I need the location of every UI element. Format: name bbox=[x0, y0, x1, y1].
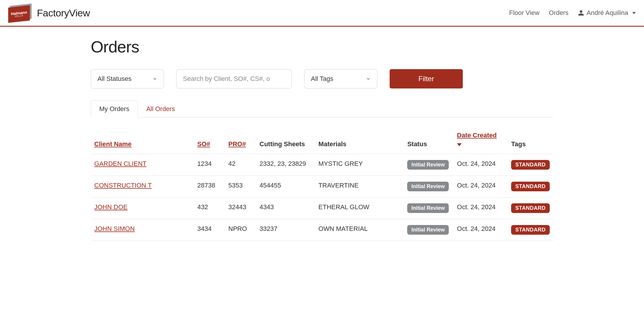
cell-materials: TRAVERTINE bbox=[315, 176, 404, 197]
tab-all-orders[interactable]: All Orders bbox=[138, 100, 184, 117]
page-title: Orders bbox=[91, 37, 553, 56]
filter-button[interactable]: Filter bbox=[390, 69, 463, 88]
cell-cs: 4343 bbox=[256, 197, 315, 219]
cell-pro: NPRO bbox=[225, 219, 256, 241]
cell-date: Oct. 24, 2024 bbox=[453, 219, 508, 241]
tag-badge: STANDARD bbox=[511, 182, 550, 191]
nav-orders[interactable]: Orders bbox=[549, 9, 568, 17]
header-pro[interactable]: PRO# bbox=[228, 140, 246, 148]
header-status: Status bbox=[404, 126, 453, 154]
header-date-created[interactable]: Date Created bbox=[457, 132, 497, 139]
status-badge: Initial Review bbox=[407, 160, 449, 170]
table-row: JOHN SIMON3434NPRO33237OWN MATERIALIniti… bbox=[91, 219, 553, 241]
status-badge: Initial Review bbox=[407, 203, 449, 213]
brand-logo[interactable]: Halmann VELLA bbox=[8, 5, 32, 21]
cell-pro: 42 bbox=[225, 154, 256, 176]
search-input[interactable] bbox=[183, 75, 285, 83]
cell-cs: 454455 bbox=[256, 176, 315, 197]
table-row: GARDEN CLIENT1234422332, 23, 23829MYSTIC… bbox=[91, 154, 553, 176]
filters-row: All Statuses All Tags Filter bbox=[91, 69, 553, 88]
client-link[interactable]: GARDEN CLIENT bbox=[94, 160, 146, 167]
sort-desc-icon bbox=[457, 140, 504, 148]
cell-pro: 5353 bbox=[225, 176, 256, 197]
header-client[interactable]: Client Name bbox=[94, 140, 131, 148]
status-select[interactable]: All Statuses bbox=[91, 69, 164, 88]
cell-so: 3434 bbox=[194, 219, 225, 241]
table-header-row: Client Name SO# PRO# Cutting Sheets Mate… bbox=[91, 126, 553, 154]
cell-cs: 33237 bbox=[256, 219, 315, 241]
tag-select-label: All Tags bbox=[311, 75, 333, 83]
orders-table: Client Name SO# PRO# Cutting Sheets Mate… bbox=[91, 126, 553, 241]
navbar-left: Halmann VELLA FactoryView bbox=[8, 5, 90, 21]
cell-materials: OWN MATERIAL bbox=[315, 219, 404, 241]
header-so[interactable]: SO# bbox=[197, 140, 210, 148]
status-badge: Initial Review bbox=[407, 225, 449, 235]
cell-so: 432 bbox=[194, 197, 225, 219]
client-link[interactable]: CONSTRUCTION T bbox=[94, 182, 152, 189]
cell-date: Oct. 24, 2024 bbox=[453, 176, 508, 197]
main-container: Orders All Statuses All Tags Filter My O… bbox=[50, 27, 594, 241]
user-name: André Aquilina bbox=[587, 9, 628, 17]
navbar: Halmann VELLA FactoryView Floor View Ord… bbox=[0, 0, 644, 27]
client-link[interactable]: JOHN DOE bbox=[94, 203, 128, 211]
tabs: My Orders All Orders bbox=[91, 100, 553, 117]
table-row: CONSTRUCTION T287385353454455TRAVERTINEI… bbox=[91, 176, 553, 197]
chevron-down-icon bbox=[153, 76, 157, 81]
status-select-label: All Statuses bbox=[97, 75, 131, 83]
cell-pro: 32443 bbox=[225, 197, 256, 219]
caret-down-icon bbox=[632, 12, 636, 14]
status-badge: Initial Review bbox=[407, 182, 449, 191]
client-link[interactable]: JOHN SIMON bbox=[94, 225, 135, 232]
user-menu[interactable]: André Aquilina bbox=[578, 9, 636, 17]
navbar-right: Floor View Orders André Aquilina bbox=[509, 9, 636, 17]
user-icon bbox=[578, 10, 584, 16]
tag-badge: STANDARD bbox=[511, 225, 550, 235]
header-materials: Materials bbox=[315, 126, 404, 154]
cell-materials: ETHERAL GLOW bbox=[315, 197, 404, 219]
app-name[interactable]: FactoryView bbox=[37, 7, 90, 19]
nav-floorview[interactable]: Floor View bbox=[509, 9, 539, 17]
header-tags: Tags bbox=[508, 126, 553, 154]
header-cutting-sheets: Cutting Sheets bbox=[256, 126, 315, 154]
search-input-wrapper[interactable] bbox=[176, 69, 292, 88]
tag-select[interactable]: All Tags bbox=[304, 69, 377, 88]
logo-text-line2: VELLA bbox=[15, 14, 23, 18]
tag-badge: STANDARD bbox=[511, 160, 550, 170]
cell-materials: MYSTIC GREY bbox=[315, 154, 404, 176]
cell-so: 1234 bbox=[194, 154, 225, 176]
cell-so: 28738 bbox=[194, 176, 225, 197]
cell-date: Oct. 24, 2024 bbox=[453, 197, 508, 219]
table-row: JOHN DOE432324434343ETHERAL GLOWInitial … bbox=[91, 197, 553, 219]
tag-badge: STANDARD bbox=[511, 203, 550, 213]
chevron-down-icon bbox=[366, 76, 371, 81]
cell-date: Oct. 24, 2024 bbox=[453, 154, 508, 176]
cell-cs: 2332, 23, 23829 bbox=[256, 154, 315, 176]
tab-my-orders[interactable]: My Orders bbox=[91, 100, 138, 117]
